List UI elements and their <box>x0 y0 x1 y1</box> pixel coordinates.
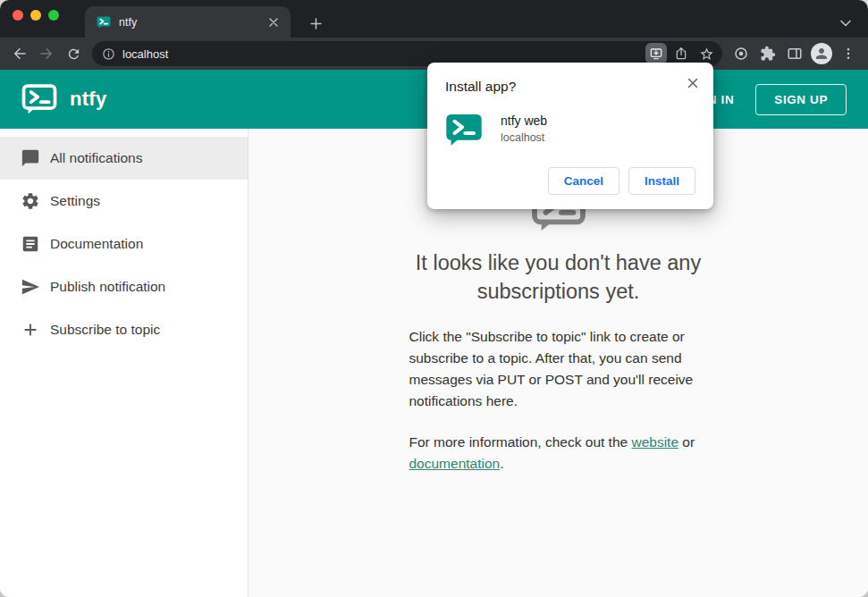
sidebar-item-label: Publish notification <box>50 279 165 295</box>
sidebar-item-label: Documentation <box>50 236 143 252</box>
sidebar-item-publish-notification[interactable]: Publish notification <box>0 265 248 308</box>
tab-search-chevron-icon[interactable] <box>834 12 857 35</box>
address-url-text: localhost <box>122 47 645 61</box>
more-info-paragraph: For more information, check out the webs… <box>409 432 708 475</box>
side-panel-icon[interactable] <box>781 40 808 67</box>
brand-name: ntfy <box>70 88 107 111</box>
dialog-app-name: ntfy web <box>501 114 547 128</box>
documentation-link[interactable]: documentation <box>409 456 501 471</box>
dialog-title: Install app? <box>445 79 695 95</box>
empty-state: It looks like you don't have any subscri… <box>392 184 725 475</box>
sidebar-item-label: Settings <box>50 193 100 209</box>
tab-title: ntfy <box>119 16 265 29</box>
minimize-window-button[interactable] <box>30 10 41 21</box>
install-button[interactable]: Install <box>628 167 695 195</box>
cancel-button[interactable]: Cancel <box>548 167 619 195</box>
tab-close-icon[interactable] <box>265 14 282 30</box>
browser-tab-ntfy[interactable]: ntfy <box>85 6 291 38</box>
new-tab-button[interactable] <box>304 12 327 35</box>
forward-button[interactable] <box>33 40 60 67</box>
extension-icon[interactable] <box>728 40 754 67</box>
browser-menu-icon[interactable] <box>835 40 862 67</box>
sidebar: All notifications Settings Documentation… <box>0 129 249 597</box>
back-button[interactable] <box>6 40 33 67</box>
install-app-dialog: Install app? ntfy web localhost Cancel I… <box>427 63 713 209</box>
share-icon[interactable] <box>670 43 692 64</box>
dialog-app-origin: localhost <box>501 131 547 144</box>
website-link[interactable]: website <box>631 434 678 450</box>
sidebar-item-label: All notifications <box>50 150 142 166</box>
ntfy-app-icon <box>445 112 483 147</box>
document-icon <box>21 234 40 254</box>
sidebar-item-all-notifications[interactable]: All notifications <box>0 137 248 180</box>
ntfy-favicon-icon <box>97 16 111 29</box>
empty-state-heading: It looks like you don't have any subscri… <box>392 248 725 307</box>
sidebar-item-documentation[interactable]: Documentation <box>0 223 248 265</box>
site-info-icon[interactable] <box>102 47 115 61</box>
dialog-close-icon[interactable] <box>683 73 703 93</box>
close-window-button[interactable] <box>13 10 23 21</box>
reload-button[interactable] <box>60 40 87 67</box>
plus-icon <box>21 320 40 340</box>
sign-up-button[interactable]: SIGN UP <box>755 84 847 115</box>
browser-window: ntfy localhost <box>0 0 868 597</box>
zoom-window-button[interactable] <box>48 10 59 21</box>
install-app-icon[interactable] <box>645 43 667 64</box>
browser-titlebar: ntfy <box>0 0 868 38</box>
chat-icon <box>21 148 40 168</box>
extensions-puzzle-icon[interactable] <box>754 40 781 67</box>
empty-state-paragraph: Click the "Subscribe to topic" link to c… <box>409 326 708 412</box>
bookmark-star-icon[interactable] <box>695 43 717 64</box>
window-controls <box>13 10 59 21</box>
sidebar-item-subscribe-to-topic[interactable]: Subscribe to topic <box>0 308 248 351</box>
profile-avatar[interactable] <box>811 43 832 64</box>
send-icon <box>21 277 40 297</box>
ntfy-logo-icon <box>21 83 57 115</box>
sidebar-item-settings[interactable]: Settings <box>0 180 248 223</box>
sidebar-item-label: Subscribe to topic <box>50 322 160 338</box>
gear-icon <box>21 191 40 211</box>
